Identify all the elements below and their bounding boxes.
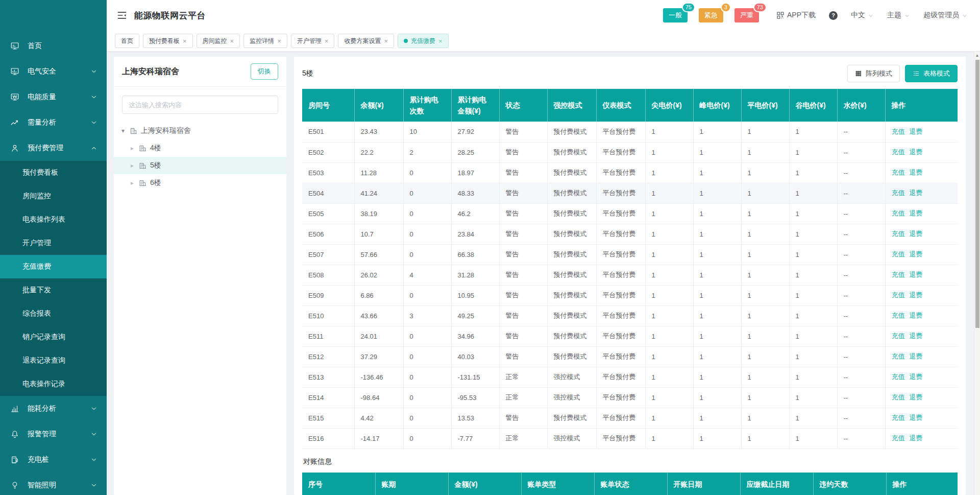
caret-down-icon[interactable]: ▾ <box>120 127 126 134</box>
refund-link[interactable]: 退费 <box>910 291 923 299</box>
theme-selector[interactable]: 主题 <box>887 11 910 20</box>
view-mode-button[interactable]: 表格模式 <box>905 65 958 82</box>
sidebar-subitem[interactable]: 电表操作列表 <box>0 208 107 231</box>
recharge-link[interactable]: 充值 <box>892 393 905 401</box>
refund-link[interactable]: 退费 <box>910 189 923 197</box>
recharge-link[interactable]: 充值 <box>892 291 905 299</box>
help-icon[interactable]: ? <box>829 11 838 20</box>
refund-link[interactable]: 退费 <box>910 271 923 278</box>
sidebar-subitem[interactable]: 销户记录查询 <box>0 325 107 349</box>
refund-link[interactable]: 退费 <box>910 352 923 360</box>
tab[interactable]: 开户管理× <box>291 34 335 48</box>
refund-link[interactable]: 退费 <box>910 312 923 319</box>
recharge-link[interactable]: 充值 <box>892 230 905 238</box>
sidebar-subitem[interactable]: 开户管理 <box>0 231 107 255</box>
tab[interactable]: 收费方案设置× <box>338 34 394 48</box>
tab[interactable]: 充值缴费× <box>398 34 449 48</box>
caret-right-icon[interactable]: ▸ <box>129 179 135 186</box>
sidebar-subitem[interactable]: 退表记录查询 <box>0 349 107 372</box>
tree-root[interactable]: ▾ 上海安科瑞宿舍 <box>114 122 286 139</box>
chevron-down-icon <box>868 12 874 18</box>
recharge-link[interactable]: 充值 <box>892 332 905 340</box>
sidebar-menu: 首页电气安全电能质量需量分析预付费管理预付费看板房间监控电表操作列表开户管理充值… <box>0 0 107 495</box>
tree-node[interactable]: ▸6楼 <box>114 174 286 192</box>
view-mode-button[interactable]: 阵列模式 <box>847 65 900 82</box>
sidebar-subitem[interactable]: 预付费看板 <box>0 161 107 184</box>
sidebar-item[interactable]: 首页 <box>0 33 107 59</box>
scroll-up-icon[interactable]: ▲ <box>974 52 980 59</box>
tab-close-icon[interactable]: × <box>438 38 443 44</box>
sidebar-subitem[interactable]: 充值缴费 <box>0 255 107 278</box>
refund-link[interactable]: 退费 <box>910 414 923 421</box>
tab[interactable]: 房间监控× <box>197 34 240 48</box>
sidebar-item[interactable]: 电能质量 <box>0 84 107 110</box>
refund-link[interactable]: 退费 <box>910 373 923 381</box>
refund-link[interactable]: 退费 <box>910 128 923 135</box>
scrollbar-thumb[interactable] <box>975 60 979 328</box>
tab[interactable]: 首页 <box>115 34 139 48</box>
refund-link[interactable]: 退费 <box>910 332 923 340</box>
recharge-link[interactable]: 充值 <box>892 189 905 197</box>
user-menu[interactable]: 超级管理员 <box>923 11 968 20</box>
sidebar-item[interactable]: 充电桩 <box>0 447 107 473</box>
sidebar-item[interactable]: 报警管理 <box>0 421 107 447</box>
tree-node[interactable]: ▸5楼 <box>114 157 286 174</box>
sidebar-item[interactable]: 智能照明 <box>0 473 107 495</box>
refund-link[interactable]: 退费 <box>910 434 923 442</box>
refund-link[interactable]: 退费 <box>910 250 923 258</box>
alarm-badge[interactable]: 严重73 <box>734 8 759 22</box>
recharge-link[interactable]: 充值 <box>892 312 905 319</box>
sidebar-subitem[interactable]: 综合报表 <box>0 302 107 325</box>
sidebar-subitem[interactable]: 批量下发 <box>0 278 107 302</box>
recharge-link[interactable]: 充值 <box>892 271 905 278</box>
topbar: 能源物联网云平台 一般75紧急3严重73 APP下载 ? 中文 主题 超级管理员 <box>107 0 980 31</box>
table-cell: 强控模式 <box>547 387 596 408</box>
vertical-scrollbar[interactable]: ▲ <box>974 52 980 495</box>
sidebar-subitem[interactable]: 电表操作记录 <box>0 372 107 396</box>
table-cell: 1 <box>693 326 741 346</box>
table-cell: 13.53 <box>451 408 499 428</box>
table-cell: 平台预付费 <box>596 162 645 183</box>
tab-close-icon[interactable]: × <box>230 38 234 44</box>
tab-close-icon[interactable]: × <box>384 38 388 44</box>
recharge-link[interactable]: 充值 <box>892 373 905 381</box>
table-cell: 49.25 <box>451 305 499 326</box>
sidebar-item[interactable]: 预付费管理 <box>0 135 107 161</box>
table-cell: 1 <box>693 346 741 367</box>
collapse-menu-icon[interactable] <box>117 10 127 20</box>
caret-right-icon[interactable]: ▸ <box>129 162 135 169</box>
recharge-link[interactable]: 充值 <box>892 128 905 135</box>
tab[interactable]: 监控详情× <box>243 34 287 48</box>
alarm-badge[interactable]: 紧急3 <box>699 8 723 22</box>
refund-link[interactable]: 退费 <box>910 393 923 401</box>
caret-right-icon[interactable]: ▸ <box>129 145 135 152</box>
tree-node[interactable]: ▸4楼 <box>114 139 286 157</box>
recharge-link[interactable]: 充值 <box>892 209 905 217</box>
refund-link[interactable]: 退费 <box>910 209 923 217</box>
sidebar-item[interactable]: 电气安全 <box>0 59 107 84</box>
switch-button[interactable]: 切换 <box>251 63 278 80</box>
table-cell: 强控模式 <box>547 428 596 449</box>
sidebar-item[interactable]: 需量分析 <box>0 110 107 135</box>
app-download-button[interactable]: APP下载 <box>776 11 816 20</box>
tab-close-icon[interactable]: × <box>183 38 187 44</box>
tab[interactable]: 预付费看板× <box>143 34 193 48</box>
language-selector[interactable]: 中文 <box>851 11 874 20</box>
recharge-link[interactable]: 充值 <box>892 414 905 421</box>
table-cell: -95.53 <box>451 387 499 408</box>
tab-close-icon[interactable]: × <box>325 38 329 44</box>
recharge-link[interactable]: 充值 <box>892 434 905 442</box>
sidebar-subitem[interactable]: 房间监控 <box>0 184 107 208</box>
recharge-link[interactable]: 充值 <box>892 169 905 176</box>
recharge-link[interactable]: 充值 <box>892 352 905 360</box>
recharge-link[interactable]: 充值 <box>892 250 905 258</box>
table-cell: 66.38 <box>451 244 499 265</box>
sidebar-item[interactable]: 能耗分析 <box>0 396 107 421</box>
alarm-badge[interactable]: 一般75 <box>663 8 688 22</box>
refund-link[interactable]: 退费 <box>910 148 923 156</box>
refund-link[interactable]: 退费 <box>910 230 923 238</box>
refund-link[interactable]: 退费 <box>910 169 923 176</box>
recharge-link[interactable]: 充值 <box>892 148 905 156</box>
search-input[interactable] <box>122 96 278 114</box>
tab-close-icon[interactable]: × <box>277 38 281 44</box>
